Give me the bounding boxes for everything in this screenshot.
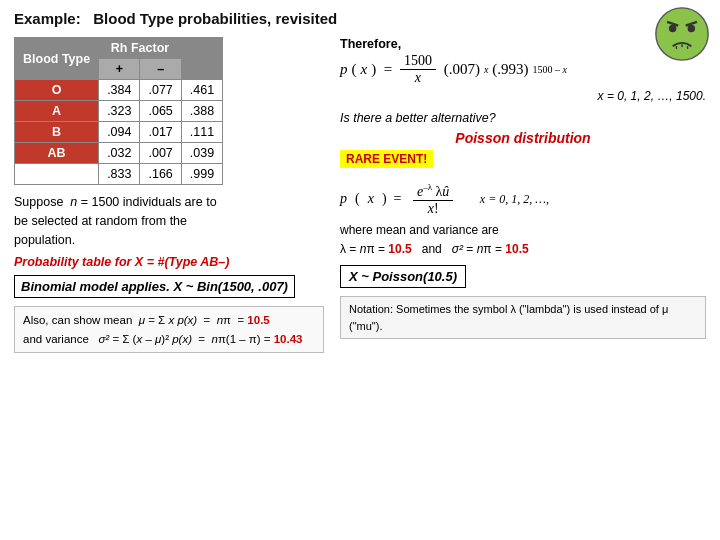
b-plus: .094 [99, 122, 140, 143]
totals-plus: .833 [99, 164, 140, 185]
notation-box: Notation: Sometimes the symbol λ ("lambd… [340, 296, 706, 339]
o-minus: .077 [140, 80, 181, 101]
blood-type-table: Blood Type Rh Factor + – O .384 .077 .46… [14, 37, 223, 185]
ab-total: .039 [181, 143, 222, 164]
binomial-model: Binomial model applies. X ~ Bin(1500, .0… [14, 275, 295, 298]
b-minus: .017 [140, 122, 181, 143]
therefore-label: Therefore, [340, 37, 706, 51]
px-formula: p(x) = 1500 x (.007)x (.993)1500 – x [340, 53, 706, 86]
mean-variance: where mean and variance are λ = nπ = 10.… [340, 221, 706, 259]
main-layout: Blood Type Rh Factor + – O .384 .077 .46… [14, 37, 706, 353]
title-text: Blood Type probabilities, revisited [93, 10, 337, 27]
table-row: B .094 .017 .111 [15, 122, 223, 143]
a-plus: .323 [99, 101, 140, 122]
totals-total: .999 [181, 164, 222, 185]
better-alternative: Is there a better alternative? [340, 111, 706, 125]
ab-minus: .007 [140, 143, 181, 164]
right-column: Therefore, p(x) = 1500 x (.007)x (.993)1… [334, 37, 706, 353]
poisson-result: X ~ Poisson(10.5) [340, 265, 466, 288]
plus-header: + [99, 59, 140, 80]
ab-plus: .032 [99, 143, 140, 164]
x-range-therefore: x = 0, 1, 2, …, 1500. [340, 89, 706, 103]
blood-type-o: O [15, 80, 99, 101]
total-header [181, 38, 222, 80]
svg-point-0 [656, 8, 708, 60]
table-row: AB .032 .007 .039 [15, 143, 223, 164]
blood-type-b: B [15, 122, 99, 143]
page: Example: Blood Type probabilities, revis… [0, 0, 720, 540]
poisson-formula: p(x) = e–λ λû x! x = 0, 1, 2, …, [340, 182, 706, 217]
poisson-x-range: x = 0, 1, 2, …, [480, 192, 549, 207]
page-title: Example: Blood Type probabilities, revis… [14, 10, 706, 27]
blood-type-ab: AB [15, 143, 99, 164]
emoji-face [654, 6, 710, 62]
o-total: .461 [181, 80, 222, 101]
a-total: .388 [181, 101, 222, 122]
prob-table-label: Probability table for X = #(Type AB–) [14, 255, 324, 269]
rh-factor-header: Rh Factor [99, 38, 182, 59]
suppose-text: Suppose n = 1500 individuals are to be s… [14, 193, 324, 249]
totals-label [15, 164, 99, 185]
lambda-value: 10.5 [388, 242, 411, 256]
sigma-value: 10.5 [505, 242, 528, 256]
mean-var-label: where mean and variance are [340, 223, 499, 237]
therefore-box: Therefore, p(x) = 1500 x (.007)x (.993)1… [340, 37, 706, 103]
rare-event-badge: RARE EVENT! [340, 150, 433, 168]
a-minus: .065 [140, 101, 181, 122]
totals-minus: .166 [140, 164, 181, 185]
b-total: .111 [181, 122, 222, 143]
blood-type-col-header: Blood Type [15, 38, 99, 80]
blood-type-a: A [15, 101, 99, 122]
totals-row: .833 .166 .999 [15, 164, 223, 185]
title-example: Example: [14, 10, 81, 27]
table-row: O .384 .077 .461 [15, 80, 223, 101]
poisson-label: Poisson distribution [340, 130, 706, 146]
table-row: A .323 .065 .388 [15, 101, 223, 122]
also-text: Also, can show mean μ = Σ x p(x) = nπ = … [14, 306, 324, 353]
minus-header: – [140, 59, 181, 80]
o-plus: .384 [99, 80, 140, 101]
left-column: Blood Type Rh Factor + – O .384 .077 .46… [14, 37, 324, 353]
